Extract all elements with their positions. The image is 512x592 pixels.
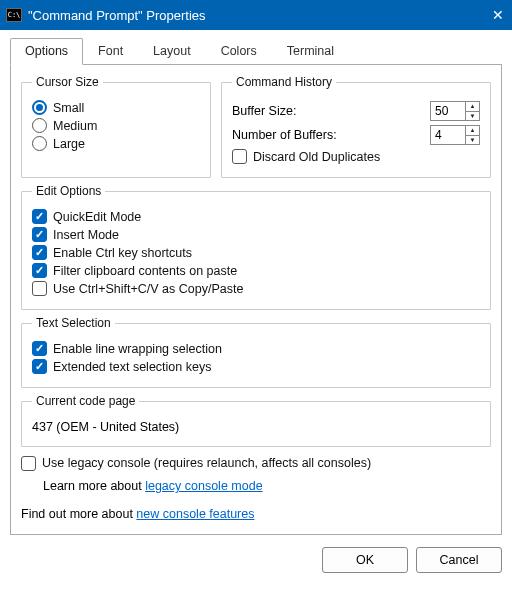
tab-layout[interactable]: Layout xyxy=(138,38,206,65)
cursor-size-group: Cursor Size Small Medium Large xyxy=(21,75,211,178)
legacy-row[interactable]: Use legacy console (requires relaunch, a… xyxy=(21,453,491,473)
quickedit-checkbox[interactable] xyxy=(32,209,47,224)
radio-small[interactable] xyxy=(32,100,47,115)
legacy-console-link[interactable]: legacy console mode xyxy=(145,479,262,493)
filter-clipboard-row[interactable]: Filter clipboard contents on paste xyxy=(32,263,480,278)
buffer-size-up-icon[interactable]: ▲ xyxy=(466,102,479,112)
num-buffers-up-icon[interactable]: ▲ xyxy=(466,126,479,136)
ctrlkeys-label: Enable Ctrl key shortcuts xyxy=(53,246,192,260)
command-history-legend: Command History xyxy=(232,75,336,89)
codepage-group: Current code page 437 (OEM - United Stat… xyxy=(21,394,491,447)
app-icon: C:\ xyxy=(6,8,22,22)
discard-duplicates-row[interactable]: Discard Old Duplicates xyxy=(232,149,480,164)
buffer-size-input[interactable] xyxy=(431,102,465,120)
insertmode-row[interactable]: Insert Mode xyxy=(32,227,480,242)
quickedit-row[interactable]: QuickEdit Mode xyxy=(32,209,480,224)
discard-duplicates-checkbox[interactable] xyxy=(232,149,247,164)
edit-options-group: Edit Options QuickEdit Mode Insert Mode … xyxy=(21,184,491,310)
cursor-size-legend: Cursor Size xyxy=(32,75,103,89)
radio-medium-row[interactable]: Medium xyxy=(32,118,200,133)
linewrap-row[interactable]: Enable line wrapping selection xyxy=(32,341,480,356)
options-panel: Cursor Size Small Medium Large Command H… xyxy=(10,64,502,535)
codepage-legend: Current code page xyxy=(32,394,139,408)
tab-options[interactable]: Options xyxy=(10,38,83,65)
filter-clipboard-checkbox[interactable] xyxy=(32,263,47,278)
quickedit-label: QuickEdit Mode xyxy=(53,210,141,224)
legacy-checkbox[interactable] xyxy=(21,456,36,471)
ctrlkeys-checkbox[interactable] xyxy=(32,245,47,260)
linewrap-label: Enable line wrapping selection xyxy=(53,342,222,356)
radio-medium[interactable] xyxy=(32,118,47,133)
cancel-button[interactable]: Cancel xyxy=(416,547,502,573)
radio-large-row[interactable]: Large xyxy=(32,136,200,151)
extkeys-row[interactable]: Extended text selection keys xyxy=(32,359,480,374)
radio-large[interactable] xyxy=(32,136,47,151)
num-buffers-input[interactable] xyxy=(431,126,465,144)
legacy-learn-prefix: Learn more about xyxy=(43,479,145,493)
text-selection-group: Text Selection Enable line wrapping sele… xyxy=(21,316,491,388)
codepage-value: 437 (OEM - United States) xyxy=(32,416,480,436)
findout-row: Find out more about new console features xyxy=(21,504,491,524)
extkeys-label: Extended text selection keys xyxy=(53,360,211,374)
buffer-size-spinner: ▲ ▼ xyxy=(465,102,479,120)
num-buffers-spinner: ▲ ▼ xyxy=(465,126,479,144)
ctrlshiftcv-row[interactable]: Use Ctrl+Shift+C/V as Copy/Paste xyxy=(32,281,480,296)
num-buffers-down-icon[interactable]: ▼ xyxy=(466,136,479,145)
close-icon[interactable]: ✕ xyxy=(464,7,504,23)
radio-small-row[interactable]: Small xyxy=(32,100,200,115)
ctrlshiftcv-checkbox[interactable] xyxy=(32,281,47,296)
insertmode-checkbox[interactable] xyxy=(32,227,47,242)
command-history-group: Command History Buffer Size: ▲ ▼ Number … xyxy=(221,75,491,178)
radio-large-label: Large xyxy=(53,137,85,151)
num-buffers-label: Number of Buffers: xyxy=(232,128,337,142)
legacy-learn-row: Learn more about legacy console mode xyxy=(43,476,491,496)
dialog-buttons: OK Cancel xyxy=(0,535,512,583)
legacy-label: Use legacy console (requires relaunch, a… xyxy=(42,453,371,473)
findout-prefix: Find out more about xyxy=(21,507,136,521)
ctrlshiftcv-label: Use Ctrl+Shift+C/V as Copy/Paste xyxy=(53,282,243,296)
ctrlkeys-row[interactable]: Enable Ctrl key shortcuts xyxy=(32,245,480,260)
linewrap-checkbox[interactable] xyxy=(32,341,47,356)
edit-options-legend: Edit Options xyxy=(32,184,105,198)
num-buffers-input-wrap: ▲ ▼ xyxy=(430,125,480,145)
buffer-size-input-wrap: ▲ ▼ xyxy=(430,101,480,121)
radio-small-label: Small xyxy=(53,101,84,115)
new-features-link[interactable]: new console features xyxy=(136,507,254,521)
discard-duplicates-label: Discard Old Duplicates xyxy=(253,150,380,164)
radio-medium-label: Medium xyxy=(53,119,97,133)
buffer-size-label: Buffer Size: xyxy=(232,104,296,118)
ok-button[interactable]: OK xyxy=(322,547,408,573)
titlebar: C:\ "Command Prompt" Properties ✕ xyxy=(0,0,512,30)
insertmode-label: Insert Mode xyxy=(53,228,119,242)
text-selection-legend: Text Selection xyxy=(32,316,115,330)
filter-clipboard-label: Filter clipboard contents on paste xyxy=(53,264,237,278)
tab-terminal[interactable]: Terminal xyxy=(272,38,349,65)
buffer-size-down-icon[interactable]: ▼ xyxy=(466,112,479,121)
window-title: "Command Prompt" Properties xyxy=(28,8,464,23)
extkeys-checkbox[interactable] xyxy=(32,359,47,374)
tab-font[interactable]: Font xyxy=(83,38,138,65)
tab-colors[interactable]: Colors xyxy=(206,38,272,65)
tab-strip: Options Font Layout Colors Terminal xyxy=(0,30,512,65)
